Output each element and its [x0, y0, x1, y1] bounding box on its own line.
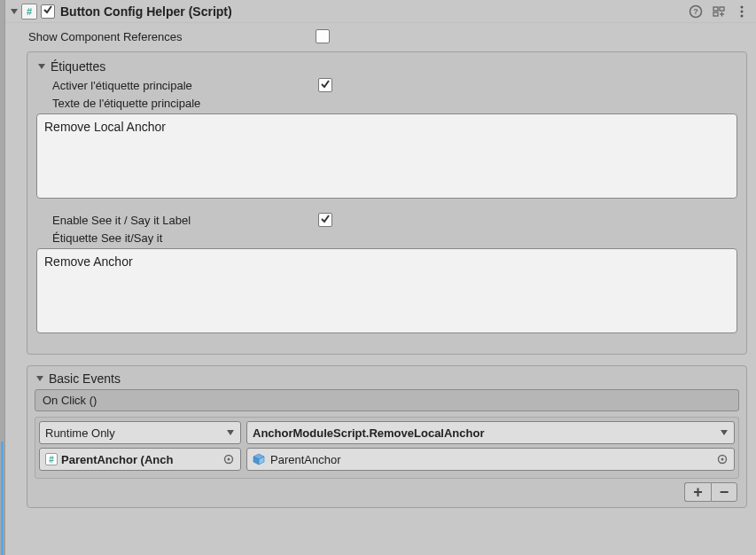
show-component-references-row: Show Component References [14, 27, 747, 46]
svg-rect-4 [720, 7, 724, 11]
event-list: Runtime Only AnchorModuleScript.RemoveLo… [35, 417, 739, 479]
target-object-field[interactable]: # ParentAnchor (Anch [39, 448, 241, 471]
script-icon: # [21, 4, 37, 20]
checkmark-icon [43, 4, 53, 18]
event-list-footer: + − [27, 479, 746, 507]
presets-icon[interactable] [712, 4, 726, 19]
svg-marker-11 [38, 64, 45, 69]
add-event-button[interactable]: + [684, 482, 711, 502]
component-title: Button Config Helper (Script) [60, 4, 689, 19]
argument-value: ParentAnchor [270, 453, 341, 466]
activer-etiquette-label: Activer l'étiquette principale [52, 79, 318, 92]
target-object-value: ParentAnchor (Anch [61, 453, 173, 466]
basic-events-title: Basic Events [49, 371, 121, 386]
script-icon: # [45, 453, 58, 465]
basic-events-section: Basic Events On Click () Runtime Only An… [27, 365, 747, 508]
show-component-references-checkbox[interactable] [316, 29, 330, 43]
call-state-value: Runtime Only [45, 426, 115, 440]
checkmark-icon [320, 79, 331, 92]
basic-events-header[interactable]: Basic Events [27, 366, 746, 389]
svg-marker-13 [227, 430, 234, 435]
svg-marker-12 [36, 376, 43, 381]
svg-point-21 [721, 458, 724, 461]
svg-marker-14 [721, 430, 728, 435]
context-menu-icon[interactable] [735, 4, 749, 19]
gameobject-icon [253, 453, 265, 465]
argument-object-field[interactable]: ParentAnchor [246, 448, 735, 471]
event-row: # ParentAnchor (Anch ParentAnchor [39, 448, 735, 471]
foldout-icon[interactable] [9, 6, 19, 17]
etiquettes-section-header[interactable]: Étiquettes [36, 58, 737, 75]
remove-event-button[interactable]: − [711, 482, 737, 502]
seeit-etiquette-label: Étiquette See it/Say it [36, 230, 737, 246]
checkmark-icon [320, 214, 331, 227]
method-value: AnchorModuleScript.RemoveLocalAnchor [253, 426, 484, 440]
svg-point-9 [741, 10, 744, 12]
event-row: Runtime Only AnchorModuleScript.RemoveLo… [39, 421, 735, 444]
header-icons: ? [689, 4, 749, 19]
show-component-references-label: Show Component References [14, 30, 316, 43]
enable-seeit-label: Enable See it / Say it Label [52, 214, 318, 227]
texte-etiquette-label: Texte de l'étiquette principale [36, 95, 737, 112]
enable-component-checkbox[interactable] [41, 4, 55, 19]
svg-rect-5 [713, 12, 718, 16]
prefab-override-bar [1, 442, 4, 555]
call-state-dropdown[interactable]: Runtime Only [39, 421, 241, 444]
onclick-header: On Click () [35, 389, 739, 411]
svg-point-16 [228, 458, 230, 461]
chevron-down-icon [226, 428, 235, 437]
chevron-down-icon [720, 428, 729, 437]
etiquettes-section: Étiquettes Activer l'étiquette principal… [27, 51, 747, 355]
component-body: Show Component References [5, 23, 756, 46]
enable-seeit-checkbox[interactable] [318, 213, 332, 227]
method-dropdown[interactable]: AnchorModuleScript.RemoveLocalAnchor [246, 421, 735, 444]
help-icon[interactable]: ? [689, 4, 703, 19]
activer-etiquette-row: Activer l'étiquette principale [36, 75, 737, 95]
component-header[interactable]: # Button Config Helper (Script) ? [5, 0, 756, 23]
svg-point-10 [741, 14, 744, 17]
object-picker-icon[interactable] [716, 453, 729, 465]
svg-marker-0 [11, 9, 18, 14]
object-picker-icon[interactable] [222, 453, 235, 465]
foldout-icon[interactable] [36, 61, 47, 72]
texte-etiquette-input[interactable] [36, 113, 737, 199]
activer-etiquette-checkbox[interactable] [318, 78, 332, 92]
svg-text:?: ? [693, 7, 698, 16]
inspector-panel: # Button Config Helper (Script) ? Show C… [5, 0, 756, 555]
svg-rect-3 [713, 7, 718, 11]
enable-seeit-row: Enable See it / Say it Label [36, 210, 737, 230]
etiquettes-title: Étiquettes [51, 59, 105, 74]
seeit-etiquette-input[interactable] [36, 248, 737, 333]
foldout-icon[interactable] [35, 373, 45, 384]
svg-point-8 [741, 5, 744, 8]
